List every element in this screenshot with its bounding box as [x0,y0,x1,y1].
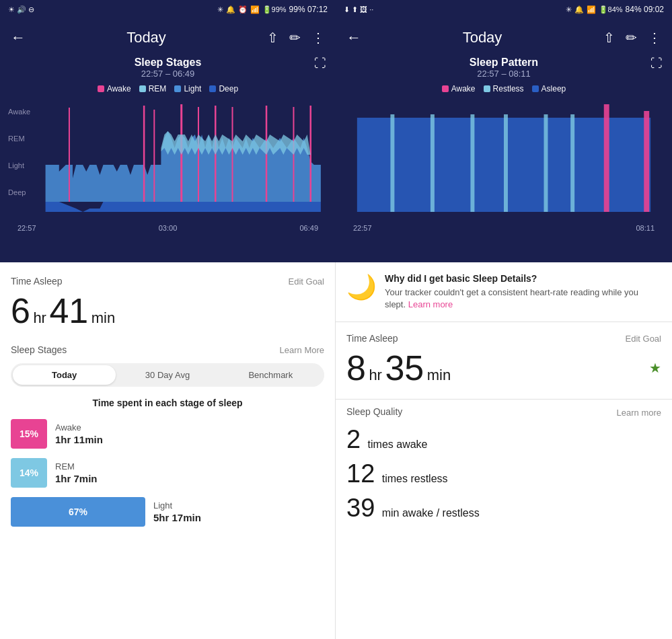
legend-deep: Deep [209,84,238,93]
svg-rect-21 [604,104,609,212]
svg-rect-22 [644,111,649,212]
svg-rect-16 [431,114,435,212]
right-expand-icon[interactable]: ⛶ [650,57,663,71]
svg-rect-17 [470,114,474,212]
times-awake-label: times awake [368,439,428,450]
right-time-display: 8 hr 35 min [346,348,451,388]
sleep-quality-label: Sleep Quality [346,406,402,417]
sleep-quality-section: Sleep Quality Learn more 2 times awake 1… [336,400,672,529]
left-share-icon[interactable]: ⇧ [267,30,278,46]
left-app-header: ← Today ⇧ ✏ ⋮ [0,19,336,57]
left-status-bar: ☀ 🔊 ⊖ ✳🔔⏰📶🔋99% 99% 07:12 [0,0,336,19]
right-status-right: ✳🔔📶🔋84% 84% 09:02 [566,5,664,14]
awake-bar-container: Awake 1hr 11min [55,422,324,445]
right-chart-title: Sleep Pattern [344,57,664,69]
times-restless-label: times restless [382,473,448,484]
right-time-asleep-label: Time Asleep [346,333,398,344]
times-restless-count: 12 [346,459,375,488]
left-back-button[interactable]: ← [11,29,26,46]
left-chart-container: Sleep Stages 22:57 – 06:49 Awake REM Lig… [0,57,336,235]
right-time-asleep-header: Time Asleep Edit Goal [346,333,661,344]
right-edit-icon[interactable]: ✏ [626,30,637,46]
hours-value: 6 [11,291,30,330]
moon-icon: 🌙 [346,273,377,301]
svg-text:Awake: Awake [8,108,30,116]
left-chart-time-range: 22:57 – 06:49 [8,69,328,79]
awake-time: 1hr 11min [55,434,324,445]
times-awake-count: 2 [346,425,361,453]
light-label: Light [153,500,324,511]
svg-rect-20 [570,114,574,212]
legend-right-restless: Restless [484,84,524,93]
goal-achieved-star: ★ [649,360,661,376]
left-sleep-stages-panel: ☀ 🔊 ⊖ ✳🔔⏰📶🔋99% 99% 07:12 ← Today ⇧ ✏ ⋮ ⛶… [0,0,336,262]
tab-today[interactable]: Today [13,365,116,385]
minutes-value: 41 [49,291,88,330]
info-description: Your tracker couldn't get a consistent h… [385,287,661,311]
left-sleep-details-panel: Time Asleep Edit Goal 6 hr 41 min Sleep … [0,262,336,639]
left-expand-icon[interactable]: ⛶ [314,57,326,71]
left-sleep-chart: Awake REM Light Deep [8,98,328,219]
left-more-icon[interactable]: ⋮ [311,30,325,46]
sleep-stages-learn-more[interactable]: Learn More [280,345,324,355]
legend-awake: Awake [98,84,131,93]
legend-light: Light [174,84,201,93]
sleep-stages-label: Sleep Stages [11,344,67,355]
awake-stage-row: 15% Awake 1hr 11min [11,419,324,449]
sleep-quality-learn-more[interactable]: Learn more [617,408,661,418]
sleep-quality-header: Sleep Quality Learn more [346,406,661,418]
tab-benchmark[interactable]: Benchmark [219,365,322,385]
min-awake-label: min awake / restless [382,507,480,519]
stage-subtitle: Time spent in each stage of sleep [11,398,324,408]
info-banner: 🌙 Why did I get basic Sleep Details? You… [336,262,672,322]
right-time-display-row: 8 hr 35 min ★ [346,348,661,388]
right-chart-x-axis: 22:57 08:11 [344,221,664,235]
svg-text:REM: REM [8,135,25,143]
rem-badge: 14% [11,458,47,488]
tab-30day-avg[interactable]: 30 Day Avg [116,365,219,385]
awake-label: Awake [55,422,324,433]
legend-right-awake: Awake [442,84,476,93]
right-sleep-details-panel: 🌙 Why did I get basic Sleep Details? You… [336,262,672,639]
light-time: 5hr 17min [153,512,324,523]
time-asleep-display: 6 hr 41 min [11,291,324,331]
right-share-icon[interactable]: ⇧ [603,30,615,46]
right-sleep-chart [344,98,664,219]
right-min-unit: min [427,367,451,383]
light-bar-container: Light 5hr 17min [153,500,324,523]
rem-label: REM [55,461,324,472]
sleep-tab-group: Today 30 Day Avg Benchmark [11,363,324,387]
min-awake-count: 39 [346,494,375,522]
time-asleep-header: Time Asleep Edit Goal [11,276,324,287]
left-edit-icon[interactable]: ✏ [289,30,301,46]
right-chart-time-range: 22:57 – 08:11 [344,69,664,79]
rem-time: 1hr 7min [55,473,324,484]
right-hr-unit: hr [369,367,382,383]
right-status-icons: ⬇ ⬆ 🖼 ·· [344,5,373,14]
edit-goal-button[interactable]: Edit Goal [289,276,324,287]
svg-rect-15 [390,114,394,212]
left-chart-legend: Awake REM Light Deep [8,84,328,93]
rem-bar-container: REM 1hr 7min [55,461,324,484]
left-status-right: ✳🔔⏰📶🔋99% 99% 07:12 [217,5,328,14]
sleep-stages-header: Sleep Stages Learn More [11,344,324,355]
right-more-icon[interactable]: ⋮ [648,30,661,46]
right-back-button[interactable]: ← [346,29,361,46]
min-awake-item: 39 min awake / restless [346,494,661,523]
svg-text:Deep: Deep [8,188,26,196]
info-learn-more-link[interactable]: Learn more [408,299,453,309]
right-minutes-value: 35 [385,348,424,387]
awake-badge: 15% [11,419,47,449]
times-restless-item: 12 times restless [346,459,661,488]
light-badge: 67% [11,497,145,527]
rem-stage-row: 14% REM 1hr 7min [11,458,324,488]
svg-rect-19 [544,114,548,212]
right-app-header: ← Today ⇧ ✏ ⋮ [336,19,672,57]
right-edit-goal-button[interactable]: Edit Goal [626,334,661,344]
right-hours-value: 8 [346,348,366,387]
left-chart-title: Sleep Stages [8,57,328,69]
times-awake-item: 2 times awake [346,425,661,454]
svg-rect-18 [504,114,508,212]
right-status-bar: ⬇ ⬆ 🖼 ·· ✳🔔📶🔋84% 84% 09:02 [336,0,672,19]
right-sleep-pattern-panel: ⬇ ⬆ 🖼 ·· ✳🔔📶🔋84% 84% 09:02 ← Today ⇧ ✏ ⋮… [336,0,672,262]
